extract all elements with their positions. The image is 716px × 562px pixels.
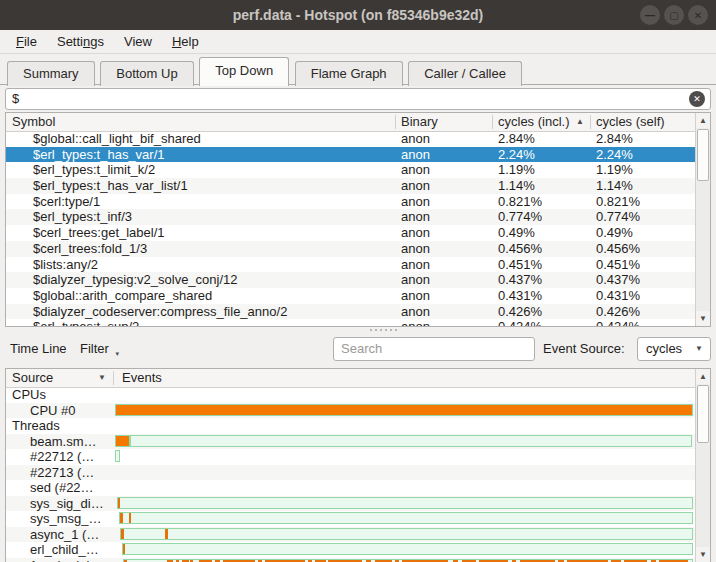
scroll-up-icon: ▲ bbox=[699, 116, 707, 125]
events-cell[interactable] bbox=[115, 418, 695, 434]
dropdown-arrow-icon: ▼ bbox=[695, 338, 703, 360]
events-cell[interactable] bbox=[115, 558, 695, 562]
events-cell[interactable] bbox=[115, 434, 695, 450]
table-row[interactable]: $global::call_light_bif_sharedanon2.84%2… bbox=[6, 131, 695, 147]
menu-item-settings[interactable]: Settings bbox=[47, 32, 114, 51]
timeline-row: sys_msg_… bbox=[6, 511, 695, 527]
row-label[interactable]: Threads bbox=[6, 418, 110, 434]
menubar: File Settings View Help bbox=[0, 30, 716, 54]
symbol-filter-input[interactable]: $ ✕ bbox=[5, 88, 711, 110]
timeline-row: Threads bbox=[6, 418, 695, 434]
event-marker bbox=[129, 513, 131, 523]
table-row[interactable]: $global::arith_compare_sharedanon0.431%0… bbox=[6, 288, 695, 304]
events-cell[interactable] bbox=[115, 449, 695, 465]
search-placeholder: Search bbox=[341, 341, 382, 356]
scroll-down-button[interactable]: ▼ bbox=[696, 311, 710, 326]
row-label[interactable]: 1_schedul… bbox=[6, 558, 110, 562]
filter-button[interactable]: Filter▾ bbox=[80, 341, 119, 356]
symbol-filter-value: $ bbox=[12, 91, 19, 106]
clear-filter-button[interactable]: ✕ bbox=[689, 91, 705, 107]
titlebar[interactable]: perf.data - Hotspot (on f85346b9e32d) — … bbox=[0, 0, 716, 30]
symbols-scrollbar[interactable]: ▲ ▼ bbox=[695, 113, 710, 326]
table-row[interactable]: $dialyzer_typesig:v2_solve_conj/12anon0.… bbox=[6, 272, 695, 288]
row-label[interactable]: #22713 (… bbox=[6, 465, 110, 481]
event-marker bbox=[165, 529, 167, 539]
timeline-span bbox=[122, 543, 693, 555]
column-header-cycles-self[interactable]: cycles (self) bbox=[596, 113, 665, 131]
events-cell[interactable] bbox=[115, 496, 695, 512]
column-header-symbol[interactable]: Symbol bbox=[12, 113, 55, 131]
symbols-table-header: Symbol Binary cycles (incl.) ▲ cycles (s… bbox=[6, 113, 710, 132]
table-row[interactable]: $erl_types:t_sup/2anon0.424%0.424% bbox=[6, 319, 695, 327]
minimize-icon: — bbox=[645, 10, 655, 21]
column-header-events[interactable]: Events bbox=[122, 369, 162, 387]
row-label[interactable]: beam.sm… bbox=[6, 434, 110, 450]
event-source-value: cycles bbox=[646, 341, 682, 356]
row-label[interactable]: sys_sig_di… bbox=[6, 496, 110, 512]
close-button[interactable]: ✕ bbox=[688, 5, 708, 25]
timeline-row: sys_sig_di… bbox=[6, 496, 695, 512]
scroll-up-icon: ▲ bbox=[699, 372, 707, 381]
timeline-toolbar: Time Line Filter▾ Search Event Source: c… bbox=[0, 333, 716, 366]
event-source-select[interactable]: cycles ▼ bbox=[637, 337, 711, 361]
scroll-down-icon: ▼ bbox=[699, 550, 707, 559]
scroll-down-icon: ▼ bbox=[699, 314, 707, 323]
events-cell[interactable] bbox=[115, 403, 695, 419]
tab-top-down[interactable]: Top Down bbox=[199, 57, 289, 86]
row-label[interactable]: erl_child_… bbox=[6, 542, 110, 558]
table-row[interactable]: $cerl_trees:fold_1/3anon0.456%0.456% bbox=[6, 241, 695, 257]
row-label[interactable]: async_1 (… bbox=[6, 527, 110, 543]
column-header-binary[interactable]: Binary bbox=[401, 113, 438, 131]
scroll-up-button[interactable]: ▲ bbox=[696, 369, 710, 384]
timeline-span bbox=[120, 528, 692, 540]
tab-flame-graph[interactable]: Flame Graph bbox=[295, 61, 403, 86]
event-marker bbox=[120, 513, 122, 523]
timeline-scrollbar[interactable]: ▲ ▼ bbox=[695, 369, 710, 562]
scrollbar-thumb[interactable] bbox=[697, 129, 709, 181]
table-row[interactable]: $erl_types:t_has_var_list/1anon1.14%1.14… bbox=[6, 178, 695, 194]
row-label[interactable]: sys_msg_… bbox=[6, 511, 110, 527]
menu-item-view[interactable]: View bbox=[114, 32, 162, 51]
scrollbar-thumb[interactable] bbox=[697, 385, 709, 443]
timeline-span bbox=[119, 512, 693, 524]
table-row[interactable]: $erl_types:t_limit_k/2anon1.19%1.19% bbox=[6, 162, 695, 178]
table-row[interactable]: $lists:any/2anon0.451%0.451% bbox=[6, 257, 695, 273]
events-cell[interactable] bbox=[115, 465, 695, 481]
tab-summary[interactable]: Summary bbox=[7, 61, 95, 86]
timeline-body: CPUs CPU #0 Threads beam.sm… #22712 (… #… bbox=[6, 387, 695, 562]
tab-bar: Summary Bottom Up Top Down Flame Graph C… bbox=[0, 55, 716, 85]
row-label[interactable]: #22712 (… bbox=[6, 449, 110, 465]
event-marker bbox=[115, 435, 130, 447]
table-row[interactable]: $cerl_trees:get_label/1anon0.49%0.49% bbox=[6, 225, 695, 241]
column-header-cycles-incl[interactable]: cycles (incl.) bbox=[498, 113, 570, 131]
row-label[interactable]: CPUs bbox=[6, 387, 110, 403]
table-row[interactable]: $cerl:type/1anon0.821%0.821% bbox=[6, 194, 695, 210]
symbols-table-body: $global::call_light_bif_sharedanon2.84%2… bbox=[6, 131, 695, 326]
splitter-dots-icon bbox=[370, 329, 397, 331]
menu-item-help[interactable]: Help bbox=[162, 32, 209, 51]
table-row-selected[interactable]: $erl_types:t_has_var/1anon2.24%2.24% bbox=[6, 147, 695, 163]
table-row[interactable]: $erl_types:t_inf/3anon0.774%0.774% bbox=[6, 209, 695, 225]
menu-item-file[interactable]: File bbox=[6, 32, 47, 51]
events-cell[interactable] bbox=[115, 387, 695, 403]
tab-bottom-up[interactable]: Bottom Up bbox=[100, 61, 193, 86]
table-row[interactable]: $dialyzer_codeserver:compress_file_anno/… bbox=[6, 304, 695, 320]
events-cell[interactable] bbox=[115, 527, 695, 543]
events-cell[interactable] bbox=[115, 511, 695, 527]
timeline-row: 1_schedul… bbox=[6, 558, 695, 562]
timeline-span bbox=[115, 450, 120, 462]
row-label[interactable]: CPU #0 bbox=[6, 403, 110, 419]
events-cell[interactable] bbox=[115, 542, 695, 558]
event-marker bbox=[118, 498, 120, 508]
maximize-button[interactable]: ▢ bbox=[664, 5, 684, 25]
scroll-up-button[interactable]: ▲ bbox=[696, 113, 710, 128]
events-cell[interactable] bbox=[115, 480, 695, 496]
row-label[interactable]: sed (#22… bbox=[6, 480, 110, 496]
timeline-search-input[interactable]: Search bbox=[333, 337, 535, 361]
tab-caller-callee[interactable]: Caller / Callee bbox=[408, 61, 522, 86]
chevron-down-icon: ▾ bbox=[115, 350, 119, 358]
scroll-down-button[interactable]: ▼ bbox=[696, 547, 710, 562]
column-header-source[interactable]: Source bbox=[12, 369, 53, 387]
timeline-row: async_1 (… bbox=[6, 527, 695, 543]
minimize-button[interactable]: — bbox=[640, 5, 660, 25]
